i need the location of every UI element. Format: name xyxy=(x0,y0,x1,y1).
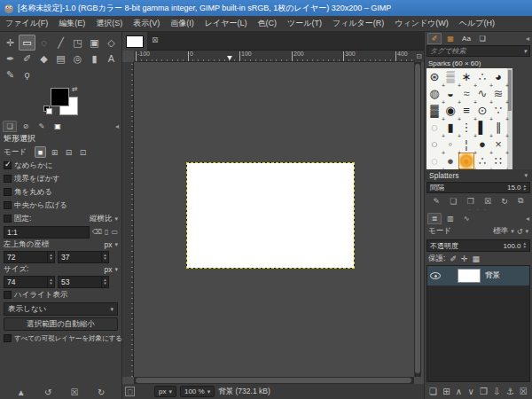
layer-footer-icon[interactable]: ∧ xyxy=(456,387,462,396)
tool-options-footer-icon[interactable]: ▲ xyxy=(17,387,26,397)
size-unit-dropdown[interactable]: px▾ xyxy=(105,265,119,274)
tool-clone-button[interactable]: ▤ xyxy=(52,51,69,66)
brush-thumbnail[interactable]: ▓ xyxy=(426,102,442,119)
size-height-spinner[interactable]: 53▲▼ xyxy=(58,276,109,288)
dock-menu-icon[interactable]: ◂ xyxy=(115,122,119,130)
tool-paths-button[interactable]: ✎ xyxy=(2,66,19,82)
brush-thumbnail[interactable]: ◌ xyxy=(426,153,442,169)
checkbox[interactable] xyxy=(4,201,12,209)
lock-pixels-icon[interactable]: ✐ xyxy=(450,254,457,263)
select-mode-button[interactable]: ⊞ xyxy=(49,146,60,158)
highlight-checkbox[interactable] xyxy=(4,291,12,299)
horizontal-ruler[interactable]: -100 0 100 200 300 400 xyxy=(134,51,414,62)
fixed-checkbox[interactable] xyxy=(4,215,12,223)
tool-text-button[interactable]: A xyxy=(103,51,120,66)
swap-colors-icon[interactable]: ⇄ xyxy=(72,85,78,93)
zoom-dropdown[interactable]: 100 %▾ xyxy=(180,386,215,397)
layer-footer-icon[interactable]: ☒ xyxy=(520,387,528,396)
layer-footer-icon[interactable]: ⚓ xyxy=(506,387,514,396)
dock-tab-icon[interactable]: ⊘ xyxy=(19,121,33,132)
layer-footer-icon[interactable]: ❏ xyxy=(429,387,437,396)
layer-opacity-slider[interactable]: 不透明度 100.0 ▲▼ xyxy=(426,239,530,252)
layers-dock-tab-icon[interactable]: ≣ xyxy=(427,213,442,224)
dock-tab-icon[interactable]: ❏ xyxy=(3,121,17,132)
guides-dropdown[interactable]: 表示しない▾ xyxy=(4,302,118,316)
menu-item[interactable]: ファイル(F) xyxy=(0,16,53,31)
brush-group-dropdown[interactable]: Splatters▾ xyxy=(425,169,532,181)
tool-airbrush-button[interactable]: ▮ xyxy=(86,51,103,66)
tool-free-select-button[interactable]: ◌ xyxy=(35,35,52,51)
portrait-icon[interactable]: ▯ xyxy=(105,228,108,236)
select-mode-button[interactable]: ⊟ xyxy=(63,146,74,158)
tool-eraser-button[interactable]: ◆ xyxy=(35,51,52,66)
foreground-color-swatch[interactable] xyxy=(51,88,69,106)
reset-colors-icon[interactable] xyxy=(43,106,52,114)
brush-tag-search-input[interactable]: タグで検索▾ xyxy=(426,45,530,57)
brushes-dock-tab-icon[interactable]: ✐ xyxy=(427,33,442,44)
size-width-spinner[interactable]: 74▲▼ xyxy=(4,276,55,288)
brushes-dock-tab-icon[interactable]: Aa xyxy=(459,33,473,44)
select-mode-button[interactable]: ⊡ xyxy=(77,146,89,158)
vertical-scrollbar[interactable] xyxy=(414,62,421,377)
lock-alpha-icon[interactable]: ▦ xyxy=(472,254,480,263)
brush-action-icon[interactable]: ✎ xyxy=(434,197,441,206)
brush-action-icon[interactable]: ❐ xyxy=(467,197,474,206)
lock-position-icon[interactable]: ✛ xyxy=(461,254,468,263)
position-unit-dropdown[interactable]: px▾ xyxy=(105,240,119,249)
image-tab[interactable] xyxy=(122,32,147,51)
tool-crop-button[interactable]: ◳ xyxy=(69,35,86,51)
fixed-dropdown[interactable]: 縦横比▾ xyxy=(90,214,118,224)
tool-options-footer-icon[interactable]: ↺ xyxy=(44,387,51,397)
checkbox[interactable] xyxy=(4,161,12,169)
dock-menu-icon[interactable]: ◂ xyxy=(526,35,529,43)
brushes-dock-tab-icon[interactable]: ▦ xyxy=(443,33,458,44)
brush-thumbnail[interactable]: ◍ xyxy=(426,85,442,102)
layer-footer-icon[interactable]: ⇩ xyxy=(493,387,500,396)
brush-action-icon[interactable]: ☒ xyxy=(484,197,491,206)
layers-dock-tab-icon[interactable]: ∿ xyxy=(459,213,473,224)
brush-thumbnail[interactable]: ◌ xyxy=(426,119,442,136)
horizontal-scrollbar-thumb[interactable] xyxy=(136,378,411,383)
brush-thumbnail[interactable]: ○ xyxy=(426,136,442,153)
zoom-fit-toggle-button[interactable]: ⊡ xyxy=(414,51,424,62)
position-y-spinner[interactable]: 37▲▼ xyxy=(58,251,109,263)
menu-item[interactable]: 選択(S) xyxy=(90,16,128,31)
mode-reset-icon[interactable]: ↺ xyxy=(517,228,523,236)
tool-rectangle-select-button[interactable]: ▭ xyxy=(19,35,35,51)
tool-measure-button[interactable]: ╱ xyxy=(52,35,69,51)
menu-item[interactable]: ヘルプ(H) xyxy=(454,16,500,31)
tool-zoom-button[interactable]: ϙ xyxy=(19,66,35,82)
menu-item[interactable]: ウィンドウ(W) xyxy=(389,16,454,31)
menu-item[interactable]: 画像(I) xyxy=(165,16,200,31)
menu-item[interactable]: 編集(E) xyxy=(53,16,90,31)
quick-mask-toggle[interactable]: ▢ xyxy=(125,387,135,396)
menu-item[interactable]: フィルター(R) xyxy=(327,16,389,31)
tool-options-footer-icon[interactable]: ↻ xyxy=(98,387,105,397)
tool-ink-button[interactable]: ✒ xyxy=(2,51,19,66)
position-x-spinner[interactable]: 72▲▼ xyxy=(4,251,55,263)
brush-action-icon[interactable]: ⧉ xyxy=(518,196,523,206)
brush-action-icon[interactable]: ❏ xyxy=(450,197,457,206)
brushes-dock-tab-icon[interactable]: ❏ xyxy=(475,33,489,44)
dock-tab-icon[interactable]: ▣ xyxy=(51,121,65,132)
menu-item[interactable]: 色(C) xyxy=(252,16,282,31)
dock-menu-icon[interactable]: ◂ xyxy=(526,215,529,223)
brush-action-icon[interactable]: ↻ xyxy=(501,197,508,206)
tool-unified-transform-button[interactable]: ▣ xyxy=(86,35,103,51)
layers-dock-tab-icon[interactable]: ▥ xyxy=(443,213,458,224)
auto-shrink-button[interactable]: 選択範囲の自動縮小 xyxy=(4,317,118,331)
vertical-scrollbar-thumb[interactable] xyxy=(415,64,420,373)
layer-visibility-eye-icon[interactable] xyxy=(430,272,441,279)
clear-icon[interactable]: ⌫ xyxy=(92,228,102,236)
checkbox[interactable] xyxy=(4,175,12,183)
dock-tab-icon[interactable]: ✎ xyxy=(35,121,49,132)
landscape-icon[interactable]: ▭ xyxy=(111,228,118,236)
menu-item[interactable]: 表示(V) xyxy=(128,16,165,31)
layer-mode-dropdown[interactable]: 標準 xyxy=(493,226,508,237)
layer-footer-icon[interactable]: ⊞ xyxy=(442,387,450,396)
unit-dropdown[interactable]: px▾ xyxy=(154,386,176,397)
tool-smudge-button[interactable]: ◎ xyxy=(69,51,86,66)
tool-options-footer-icon[interactable]: ☒ xyxy=(71,387,79,397)
select-mode-button[interactable]: ■ xyxy=(35,146,46,158)
layer-row[interactable]: 背景 xyxy=(427,266,529,286)
